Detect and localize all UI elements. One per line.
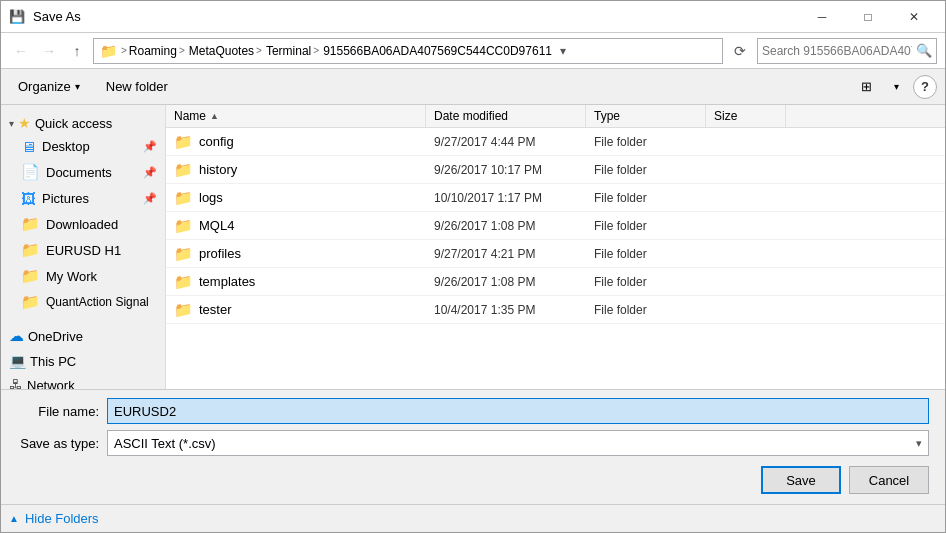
pin-icon-3: 📌 — [143, 192, 157, 205]
dialog-title: Save As — [33, 9, 81, 24]
quantaction-folder-icon: 📁 — [21, 293, 40, 311]
hide-folders-bar[interactable]: ▲ Hide Folders — [1, 504, 945, 532]
savetype-row: Save as type: ASCII Text (*.csv) ▾ — [17, 430, 929, 456]
help-button[interactable]: ? — [913, 75, 937, 99]
sidebar-onedrive-label: OneDrive — [28, 329, 83, 344]
table-row[interactable]: 📁 MQL4 9/26/2017 1:08 PM File folder — [166, 212, 945, 240]
table-row[interactable]: 📁 logs 10/10/2017 1:17 PM File folder — [166, 184, 945, 212]
col-date-label: Date modified — [434, 109, 508, 123]
downloaded-folder-icon: 📁 — [21, 215, 40, 233]
pin-icon: 📌 — [143, 140, 157, 153]
new-folder-label: New folder — [106, 79, 168, 94]
file-list: Name ▲ Date modified Type Size 📁 config — [166, 105, 945, 389]
folder-icon: 📁 — [174, 189, 193, 207]
savetype-dropdown-arrow-icon: ▾ — [916, 437, 922, 450]
cancel-button[interactable]: Cancel — [849, 466, 929, 494]
forward-button: → — [37, 39, 61, 63]
table-row[interactable]: 📁 config 9/27/2017 4:44 PM File folder — [166, 128, 945, 156]
minimize-button[interactable]: ─ — [799, 1, 845, 33]
sidebar-item-desktop[interactable]: 🖥 Desktop 📌 — [1, 133, 165, 159]
table-row[interactable]: 📁 profiles 9/27/2017 4:21 PM File folder — [166, 240, 945, 268]
organize-label: Organize — [18, 79, 71, 94]
search-box[interactable]: 🔍 — [757, 38, 937, 64]
path-terminal[interactable]: Terminal — [266, 44, 311, 58]
hide-folders-label: Hide Folders — [25, 511, 99, 526]
savetype-select[interactable]: ASCII Text (*.csv) ▾ — [107, 430, 929, 456]
address-path[interactable]: 📁 > Roaming > MetaQuotes > Terminal > 91… — [93, 38, 723, 64]
search-icon: 🔍 — [916, 43, 932, 58]
desktop-icon: 🖥 — [21, 138, 36, 155]
view-dropdown-button[interactable]: ▾ — [883, 74, 909, 100]
filename-input[interactable] — [107, 398, 929, 424]
close-button[interactable]: ✕ — [891, 1, 937, 33]
main-content: ▾ ★ Quick access 🖥 Desktop 📌 📄 Documents… — [1, 105, 945, 389]
table-row[interactable]: 📁 templates 9/26/2017 1:08 PM File folde… — [166, 268, 945, 296]
view-icon: ⊞ — [861, 79, 872, 94]
sidebar: ▾ ★ Quick access 🖥 Desktop 📌 📄 Documents… — [1, 105, 166, 389]
sidebar-eurusd-label: EURUSD H1 — [46, 243, 121, 258]
bottom-panel: File name: Save as type: ASCII Text (*.c… — [1, 389, 945, 504]
sidebar-item-pictures[interactable]: 🖼 Pictures 📌 — [1, 185, 165, 211]
toolbar: Organize ▾ New folder ⊞ ▾ ? — [1, 69, 945, 105]
quick-access-icon: ★ — [18, 115, 31, 131]
pin-icon-2: 📌 — [143, 166, 157, 179]
folder-icon: 📁 — [174, 245, 193, 263]
back-button: ← — [9, 39, 33, 63]
sidebar-item-mywork[interactable]: 📁 My Work — [1, 263, 165, 289]
path-roaming[interactable]: Roaming — [129, 44, 177, 58]
col-header-type[interactable]: Type — [586, 105, 706, 127]
organize-button[interactable]: Organize ▾ — [9, 74, 89, 100]
file-name: history — [199, 162, 237, 177]
folder-icon: 📁 — [174, 273, 193, 291]
up-button[interactable]: ↑ — [65, 39, 89, 63]
maximize-button[interactable]: □ — [845, 1, 891, 33]
sidebar-documents-label: Documents — [46, 165, 112, 180]
col-header-name[interactable]: Name ▲ — [166, 105, 426, 127]
file-name: logs — [199, 190, 223, 205]
folder-icon: 📁 — [174, 133, 193, 151]
bottom-buttons: Save Cancel — [17, 462, 929, 496]
quick-access-section[interactable]: ▾ ★ Quick access — [1, 109, 165, 133]
sidebar-network-label: Network — [27, 378, 75, 390]
file-name: templates — [199, 274, 255, 289]
refresh-button[interactable]: ⟳ — [727, 38, 753, 64]
savetype-value: ASCII Text (*.csv) — [114, 436, 216, 451]
col-name-label: Name — [174, 109, 206, 123]
thispc-section[interactable]: 💻 This PC — [1, 347, 165, 371]
view-dropdown-arrow-icon: ▾ — [894, 81, 899, 92]
new-folder-button[interactable]: New folder — [97, 74, 177, 100]
sort-arrow-icon: ▲ — [210, 111, 219, 121]
savetype-label: Save as type: — [17, 436, 107, 451]
file-name: profiles — [199, 246, 241, 261]
sidebar-item-downloaded[interactable]: 📁 Downloaded — [1, 211, 165, 237]
col-size-label: Size — [714, 109, 737, 123]
eurusd-folder-icon: 📁 — [21, 241, 40, 259]
search-input[interactable] — [762, 44, 912, 58]
onedrive-icon: ☁ — [9, 327, 24, 345]
save-button[interactable]: Save — [761, 466, 841, 494]
filename-label: File name: — [17, 404, 107, 419]
view-button[interactable]: ⊞ — [853, 74, 879, 100]
file-name: MQL4 — [199, 218, 234, 233]
network-section[interactable]: 🖧 Network — [1, 371, 165, 389]
table-row[interactable]: 📁 history 9/26/2017 10:17 PM File folder — [166, 156, 945, 184]
sidebar-quantaction-label: QuantAction Signal — [46, 295, 149, 309]
pictures-icon: 🖼 — [21, 190, 36, 207]
sidebar-downloaded-label: Downloaded — [46, 217, 118, 232]
title-bar: 💾 Save As ─ □ ✕ — [1, 1, 945, 33]
table-row[interactable]: 📁 tester 10/4/2017 1:35 PM File folder — [166, 296, 945, 324]
path-dropdown-arrow[interactable]: ▾ — [556, 38, 570, 64]
path-metaquotes[interactable]: MetaQuotes — [189, 44, 254, 58]
sidebar-mywork-label: My Work — [46, 269, 97, 284]
col-header-date[interactable]: Date modified — [426, 105, 586, 127]
folder-icon: 📁 — [174, 161, 193, 179]
dialog-icon: 💾 — [9, 9, 25, 25]
onedrive-section[interactable]: ☁ OneDrive — [1, 321, 165, 347]
sidebar-item-eurusd[interactable]: 📁 EURUSD H1 — [1, 237, 165, 263]
col-type-label: Type — [594, 109, 620, 123]
path-guid[interactable]: 915566BA06ADA407569C544CC0D97611 — [323, 44, 552, 58]
col-header-size[interactable]: Size — [706, 105, 786, 127]
sidebar-item-quantaction[interactable]: 📁 QuantAction Signal — [1, 289, 165, 315]
sidebar-item-documents[interactable]: 📄 Documents 📌 — [1, 159, 165, 185]
file-list-header: Name ▲ Date modified Type Size — [166, 105, 945, 128]
